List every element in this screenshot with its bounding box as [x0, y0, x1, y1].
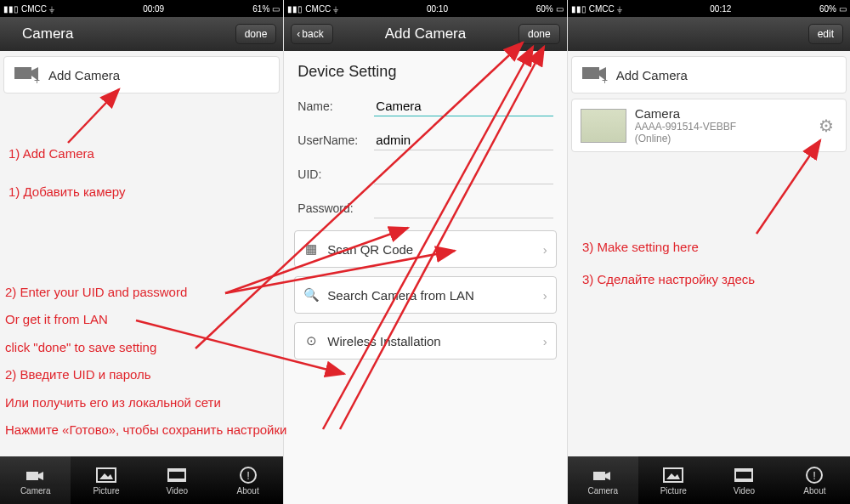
- chevron-right-icon: ›: [543, 242, 547, 257]
- svg-rect-0: [14, 67, 31, 79]
- add-camera-label: Add Camera: [48, 68, 120, 82]
- search-lan-button[interactable]: 🔍 Search Camera from LAN ›: [294, 276, 556, 314]
- battery-pct: 61%: [252, 4, 269, 14]
- camera-thumbnail: [581, 109, 626, 143]
- row-username: UserName:: [284, 120, 566, 154]
- chevron-right-icon: ›: [543, 288, 547, 303]
- camera-name: Camera: [635, 106, 807, 121]
- svg-rect-12: [582, 67, 599, 79]
- tab-label: About: [803, 486, 825, 496]
- name-label: Name:: [298, 99, 374, 113]
- svg-rect-21: [735, 479, 752, 481]
- battery-icon: ▭: [556, 4, 564, 14]
- carrier: CMCC: [21, 4, 47, 14]
- camera-icon: [592, 466, 614, 484]
- tab-label: About: [237, 486, 259, 496]
- camera-plus-icon: +: [581, 65, 609, 84]
- status-bar: ▮▮▯ CMCC ⏚ 00:12 60% ▭: [568, 0, 850, 17]
- add-camera-button[interactable]: + Add Camera: [571, 56, 847, 93]
- tab-label: Video: [734, 486, 755, 496]
- video-icon: [733, 466, 755, 484]
- tab-about[interactable]: ! About: [212, 456, 283, 504]
- username-input[interactable]: [374, 130, 552, 150]
- battery-icon: ▭: [272, 4, 280, 14]
- tab-about[interactable]: ! About: [779, 456, 850, 504]
- search-icon: 🔍: [303, 287, 319, 303]
- action-label: Search Camera from LAN: [327, 288, 474, 303]
- svg-marker-6: [99, 473, 113, 479]
- gear-icon[interactable]: ⚙: [815, 112, 837, 139]
- picture-icon: [662, 466, 684, 484]
- battery-pct: 60%: [536, 4, 553, 14]
- tab-video[interactable]: Video: [142, 456, 212, 504]
- username-label: UserName:: [298, 133, 374, 147]
- panel-camera-list-with-item: ▮▮▯ CMCC ⏚ 00:12 60% ▭ edit + Add Camera…: [567, 0, 850, 504]
- camera-uid: AAAA-991514-VEBBF: [635, 121, 807, 133]
- tab-label: Camera: [20, 486, 51, 496]
- qr-icon: ▦: [303, 241, 319, 257]
- wifi-icon: ⏚: [617, 4, 622, 14]
- wifi-icon: ⏚: [49, 4, 54, 14]
- svg-marker-4: [38, 472, 43, 480]
- row-name: Name:: [284, 86, 566, 120]
- tab-picture[interactable]: Picture: [638, 456, 709, 504]
- clock: 00:09: [143, 4, 164, 14]
- wireless-install-button[interactable]: ⊙ Wireless Installation ›: [294, 322, 556, 360]
- content: + Add Camera Camera AAAA-991514-VEBBF (O…: [568, 51, 850, 456]
- camera-list-item[interactable]: Camera AAAA-991514-VEBBF (Online) ⚙: [571, 99, 847, 152]
- svg-rect-9: [168, 479, 185, 481]
- tab-bar: Camera Picture Video ! About: [0, 456, 283, 504]
- tab-label: Picture: [93, 486, 119, 496]
- chevron-left-icon: ‹: [297, 28, 300, 40]
- tab-video[interactable]: Video: [709, 456, 779, 504]
- action-label: Wireless Installation: [327, 334, 440, 348]
- signal-icon: ▮▮▯: [3, 4, 19, 14]
- clock: 00:10: [427, 4, 448, 14]
- tab-camera[interactable]: Camera: [0, 456, 71, 504]
- nav-bar: ‹ back Add Camera done: [284, 17, 566, 51]
- carrier: CMCC: [589, 4, 615, 14]
- camera-icon: [25, 466, 47, 484]
- signal-icon: ▮▮▯: [571, 4, 586, 14]
- svg-text:+: +: [34, 75, 40, 84]
- panel-camera-list: ▮▮▯ CMCC ⏚ 00:09 61% ▭ Camera done + Add…: [0, 0, 283, 504]
- chevron-right-icon: ›: [543, 334, 547, 348]
- camera-status: (Online): [635, 133, 807, 144]
- tab-label: Picture: [660, 486, 687, 496]
- svg-rect-20: [735, 469, 752, 472]
- scan-qr-button[interactable]: ▦ Scan QR Code ›: [294, 230, 556, 268]
- svg-text:!: !: [246, 469, 250, 482]
- wireless-icon: ⊙: [303, 333, 319, 348]
- carrier: CMCC: [305, 4, 331, 14]
- svg-rect-15: [593, 472, 605, 480]
- signal-icon: ▮▮▯: [287, 4, 303, 14]
- svg-text:+: +: [602, 75, 608, 84]
- add-camera-button[interactable]: + Add Camera: [3, 56, 280, 93]
- edit-button[interactable]: edit: [808, 24, 843, 44]
- tab-label: Camera: [587, 486, 618, 496]
- nav-bar: edit: [568, 17, 850, 51]
- back-button[interactable]: ‹ back: [291, 24, 332, 44]
- status-bar: ▮▮▯ CMCC ⏚ 00:09 61% ▭: [0, 0, 283, 17]
- tab-picture[interactable]: Picture: [71, 456, 141, 504]
- uid-label: UID:: [298, 167, 374, 181]
- password-label: Password:: [298, 201, 374, 215]
- svg-marker-16: [605, 472, 610, 480]
- done-button[interactable]: done: [235, 24, 277, 44]
- back-label: back: [302, 28, 323, 40]
- done-button[interactable]: done: [518, 24, 560, 44]
- svg-rect-8: [168, 469, 185, 472]
- camera-info: Camera AAAA-991514-VEBBF (Online): [635, 106, 807, 144]
- name-input[interactable]: [374, 96, 552, 116]
- password-input[interactable]: [374, 198, 552, 218]
- tab-camera[interactable]: Camera: [568, 456, 638, 504]
- about-icon: !: [237, 466, 259, 484]
- uid-input[interactable]: [374, 164, 552, 184]
- row-password: Password:: [284, 188, 566, 222]
- wifi-icon: ⏚: [333, 4, 338, 14]
- action-list: ▦ Scan QR Code › 🔍 Search Camera from LA…: [284, 222, 566, 377]
- nav-bar: Camera done: [0, 17, 283, 51]
- picture-icon: [95, 466, 117, 484]
- section-title: Device Setting: [284, 51, 566, 86]
- tab-label: Video: [167, 486, 188, 496]
